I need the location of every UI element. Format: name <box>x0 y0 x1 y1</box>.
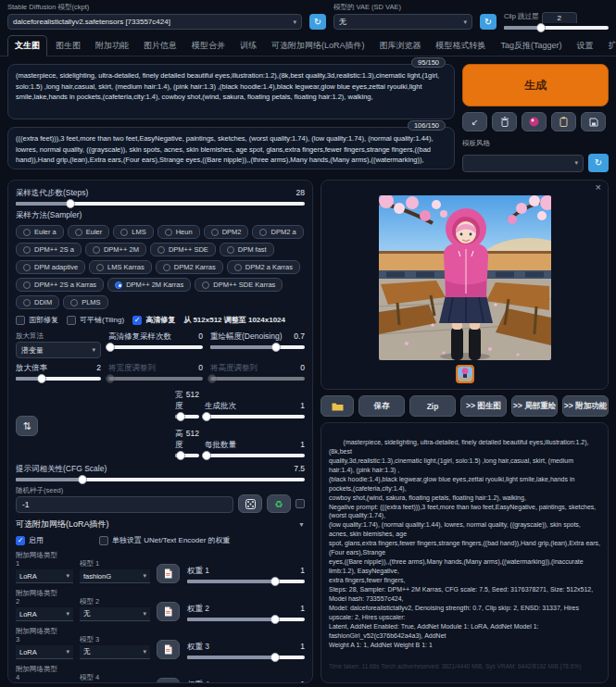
addnet-weight-value[interactable]: 1 <box>300 566 305 577</box>
sampler-option[interactable]: DPM adaptive <box>16 260 85 274</box>
addnet-type-select[interactable]: LoRA▾ <box>16 607 73 621</box>
zip-button[interactable]: Zip <box>409 395 456 417</box>
sampler-option[interactable]: DDIM <box>16 295 59 309</box>
addnet-weight-slider[interactable] <box>187 656 305 659</box>
sampler-option[interactable]: Euler <box>68 225 110 239</box>
sampler-option[interactable]: Euler a <box>16 225 64 239</box>
steps-value[interactable]: 28 <box>296 188 305 199</box>
tab-extras[interactable]: 附加功能 <box>89 36 135 56</box>
upscale-by-slider[interactable] <box>16 377 101 381</box>
seed-input[interactable]: -1 <box>16 496 233 513</box>
addnet-model-info-button[interactable] <box>157 678 180 683</box>
upscale-by-value[interactable]: 2 <box>96 363 101 374</box>
slider-handle[interactable] <box>202 412 211 421</box>
refresh-checkpoint-button[interactable]: ↻ <box>309 14 326 30</box>
restore-faces-checkbox[interactable]: 面部修复 <box>16 315 58 325</box>
prompt-input[interactable]: (masterpiece, sidelighting, ultra-detail… <box>7 64 455 119</box>
open-folder-button[interactable] <box>321 395 354 417</box>
reuse-seed-button[interactable]: ♻ <box>267 494 291 513</box>
slider-handle[interactable] <box>37 374 46 383</box>
gallery-thumbnail[interactable] <box>456 365 474 383</box>
sampler-option[interactable]: Heun <box>157 225 200 239</box>
addnet-model-select[interactable]: fashionG▾ <box>80 569 150 583</box>
sampler-option[interactable]: DPM2 a Karras <box>227 260 300 274</box>
extra-networks-button[interactable] <box>522 112 547 131</box>
tab-tagger[interactable]: Tag反推(Tagger) <box>495 36 569 56</box>
sampler-option[interactable]: DPM++ 2M <box>85 243 146 256</box>
swap-dimensions-button[interactable]: ⇅ <box>16 416 38 436</box>
seed-extra-checkbox[interactable] <box>295 499 305 508</box>
cfg-value[interactable]: 7.5 <box>294 464 305 475</box>
width-value[interactable]: 512 <box>186 390 199 412</box>
clip-skip-slider[interactable] <box>504 26 609 30</box>
addnet-weight-value[interactable]: 1 <box>300 680 305 683</box>
height-slider[interactable] <box>175 454 199 457</box>
addnet-type-select[interactable]: LoRA▾ <box>16 569 73 583</box>
generated-image[interactable] <box>379 195 551 360</box>
negative-prompt-input[interactable]: (((extra feet))),3 feet,more than two fe… <box>7 127 455 169</box>
slider-handle[interactable] <box>536 23 546 32</box>
sampler-option[interactable]: DPM2 Karras <box>156 260 223 274</box>
tab-settings[interactable]: 设置 <box>571 36 600 56</box>
tab-model-converter[interactable]: 模型格式转换 <box>430 36 493 56</box>
slider-handle[interactable] <box>176 412 185 421</box>
sampler-option-selected[interactable]: DPM++ 2M Karras <box>107 278 191 292</box>
clear-prompt-button[interactable] <box>492 112 517 131</box>
slider-handle[interactable] <box>270 653 280 662</box>
addnet-model-info-button[interactable] <box>157 564 180 583</box>
hires-steps-value[interactable]: 0 <box>198 331 203 343</box>
styles-select[interactable]: ▾ <box>462 155 584 172</box>
save-style-button[interactable] <box>581 112 606 131</box>
addnet-weight-value[interactable]: 1 <box>300 604 305 615</box>
slider-handle[interactable] <box>78 475 87 484</box>
save-button[interactable]: 保存 <box>358 395 405 417</box>
apply-style-button[interactable] <box>551 112 576 131</box>
addnet-model-select[interactable]: 无▾ <box>80 645 150 659</box>
cfg-slider[interactable] <box>16 478 305 481</box>
upscaler-select[interactable]: 潜变量▾ <box>16 342 101 358</box>
denoising-value[interactable]: 0.7 <box>294 331 305 343</box>
clip-skip-value[interactable]: 2 <box>542 12 577 23</box>
addnet-accordion-header[interactable]: 可选附加网络(LoRA插件) ▼ <box>16 518 305 531</box>
tab-train[interactable]: 训练 <box>233 36 263 56</box>
addnet-model-info-button[interactable] <box>157 602 180 621</box>
tab-txt2img[interactable]: 文生图 <box>7 35 47 56</box>
sampler-option[interactable]: DPM++ SDE <box>150 243 216 256</box>
sampler-option[interactable]: LMS <box>113 225 153 239</box>
sampler-option[interactable]: DPM fast <box>220 243 274 256</box>
slider-handle[interactable] <box>270 615 280 624</box>
width-slider[interactable] <box>175 415 199 418</box>
steps-slider[interactable] <box>16 202 305 206</box>
sampler-option[interactable]: DPM++ 2S a <box>16 243 82 256</box>
addnet-type-select[interactable]: LoRA▾ <box>16 645 73 659</box>
slider-handle[interactable] <box>106 343 115 352</box>
batch-count-slider[interactable] <box>205 415 305 418</box>
addnet-model-select[interactable]: 无▾ <box>80 607 150 621</box>
sampler-option[interactable]: DPM++ SDE Karras <box>195 278 283 292</box>
tiling-checkbox[interactable]: 可平铺(Tiling) <box>67 315 124 325</box>
tab-additional-networks[interactable]: 可选附加网络(LoRA插件) <box>265 36 371 56</box>
slider-handle[interactable] <box>202 451 211 460</box>
paste-params-button[interactable]: ↙ <box>462 112 487 131</box>
tab-image-browser[interactable]: 图库浏览器 <box>373 36 428 56</box>
send-to-extras-button[interactable]: >> 附加功能 <box>562 395 609 417</box>
batch-size-value[interactable]: 1 <box>300 440 305 451</box>
send-to-img2img-button[interactable]: >> 图生图 <box>460 395 507 417</box>
generate-button[interactable]: 生成 <box>462 64 609 106</box>
send-to-inpaint-button[interactable]: >> 局部重绘 <box>511 395 558 417</box>
addnet-weight-slider[interactable] <box>187 580 305 583</box>
slider-handle[interactable] <box>176 451 185 460</box>
close-icon[interactable]: × <box>596 181 601 193</box>
hires-fix-checkbox[interactable]: ✓高清修复 <box>132 315 175 325</box>
height-value[interactable]: 512 <box>186 429 199 451</box>
addnet-enable-checkbox[interactable]: ✓启用 <box>16 535 44 545</box>
batch-count-value[interactable]: 1 <box>300 401 305 412</box>
tab-extensions[interactable]: 扩展 <box>602 36 616 56</box>
slider-handle[interactable] <box>270 577 280 586</box>
tab-checkpoint-merger[interactable]: 模型合并 <box>185 36 232 56</box>
sampler-option[interactable]: DPM++ 2S a Karras <box>16 278 104 292</box>
sampler-option[interactable]: PLMS <box>63 295 107 309</box>
slider-handle[interactable] <box>66 199 75 208</box>
refresh-styles-button[interactable]: ↻ <box>588 154 609 172</box>
addnet-weight-value[interactable]: 1 <box>300 642 305 653</box>
